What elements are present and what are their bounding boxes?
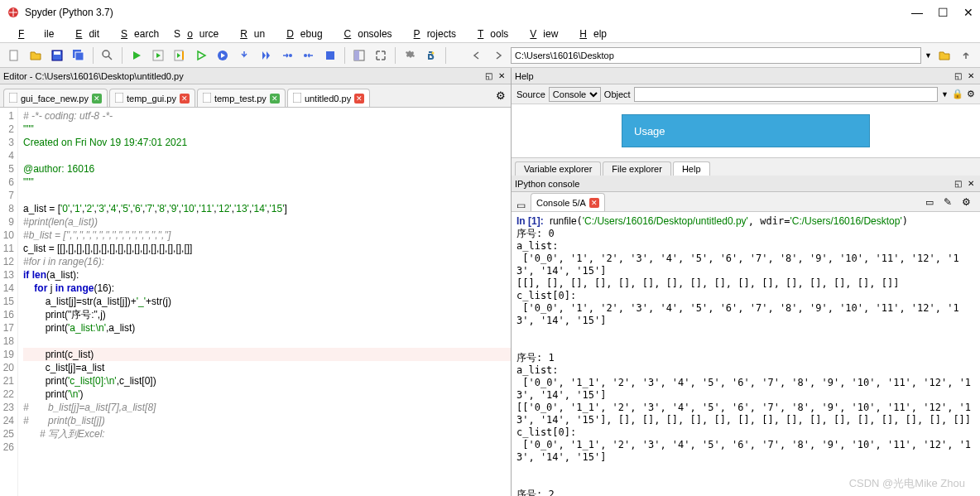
working-dir-input[interactable] [511, 47, 921, 64]
help-usage-title: Usage [634, 125, 665, 137]
editor-undock-button[interactable]: ◱ [483, 70, 494, 82]
code-editor[interactable]: 1234567891011121314151617181920212223242… [0, 108, 511, 496]
close-button[interactable]: ✕ [963, 6, 973, 19]
svg-line-7 [108, 56, 112, 60]
tab-label: temp_test.py [214, 94, 267, 104]
editor-tab[interactable]: gui_face_new.py✕ [3, 89, 108, 107]
close-icon[interactable]: ✕ [92, 94, 102, 104]
menu-search[interactable]: Search [108, 26, 166, 41]
help-subtab[interactable]: Help [673, 161, 710, 176]
editor-tab[interactable]: temp_test.py✕ [197, 89, 286, 107]
title-bar: Spyder (Python 3.7) — ☐ ✕ [0, 0, 980, 25]
fullscreen-button[interactable] [372, 46, 390, 65]
debug-step-into-button[interactable] [278, 46, 296, 65]
menu-bar: File Edit Search Source Run Debug Consol… [0, 25, 980, 43]
svg-rect-16 [354, 51, 359, 60]
main-toolbar: ▼ [0, 43, 980, 68]
find-button[interactable] [98, 46, 117, 65]
help-usage-card: Usage [622, 114, 870, 147]
menu-consoles[interactable]: Consoles [331, 26, 399, 41]
console-options-icon[interactable]: ⚙ [957, 193, 975, 211]
svg-point-6 [103, 51, 109, 57]
ipython-undock-button[interactable]: ◱ [952, 178, 963, 190]
save-button[interactable] [48, 46, 66, 65]
menu-tools[interactable]: Tools [464, 26, 515, 41]
minimize-button[interactable]: — [911, 6, 923, 19]
editor-tab[interactable]: untitled0.py✕ [287, 89, 370, 107]
editor-header-label: Editor - C:\Users\16016\Desktop\untitled… [3, 71, 184, 81]
console-output[interactable]: In [1]: runfile('C:/Users/16016/Desktop/… [512, 212, 980, 496]
debug-step-out-button[interactable] [300, 46, 318, 65]
svg-rect-14 [326, 51, 334, 60]
path-dropdown-icon[interactable]: ▼ [925, 51, 932, 60]
close-icon[interactable]: ✕ [180, 94, 190, 104]
help-source-select[interactable]: Console [549, 87, 601, 102]
help-object-input[interactable] [634, 87, 938, 102]
path-forward-button[interactable] [489, 46, 507, 65]
svg-rect-5 [75, 52, 84, 60]
maximize-pane-button[interactable] [350, 46, 368, 65]
debug-step-button[interactable] [235, 46, 253, 65]
close-icon[interactable]: ✕ [354, 94, 364, 104]
tab-label: gui_face_new.py [21, 94, 89, 104]
run-cell-button[interactable] [149, 46, 167, 65]
help-undock-button[interactable]: ◱ [952, 70, 963, 82]
menu-source[interactable]: Source [167, 26, 225, 41]
new-file-button[interactable] [5, 46, 23, 65]
maximize-button[interactable]: ☐ [938, 6, 949, 19]
close-icon[interactable]: ✕ [270, 94, 280, 104]
editor-tab[interactable]: temp_gui.py✕ [109, 89, 195, 107]
close-icon[interactable]: ✕ [589, 198, 599, 208]
console-stop-button[interactable]: ▭ [920, 193, 939, 211]
help-subtab[interactable]: File explorer [603, 161, 671, 176]
help-dropdown-icon[interactable]: ▼ [941, 90, 949, 99]
ipython-header-label: IPython console [515, 179, 579, 189]
editor-close-button[interactable]: ✕ [496, 70, 507, 82]
debug-continue-button[interactable] [257, 46, 275, 65]
preferences-button[interactable] [401, 46, 419, 65]
open-file-button[interactable] [26, 46, 45, 65]
help-header: Help ◱ ✕ [512, 68, 980, 84]
help-close-button[interactable]: ✕ [965, 70, 977, 82]
console-edit-button[interactable]: ✎ [939, 193, 957, 211]
svg-point-13 [304, 54, 307, 57]
svg-rect-1 [10, 51, 17, 60]
run-cell-advance-button[interactable] [171, 46, 189, 65]
menu-view[interactable]: View [516, 26, 564, 41]
svg-rect-19 [115, 93, 123, 103]
menu-run[interactable]: Run [227, 26, 271, 41]
console-tabs: ▭ Console 5/A ✕ ▭ ✎ ⚙ [512, 192, 980, 212]
ipython-close-button[interactable]: ✕ [965, 178, 977, 190]
svg-rect-20 [203, 93, 211, 103]
help-content: Usage [512, 104, 980, 157]
help-gear-icon[interactable]: ⚙ [967, 89, 975, 99]
tab-label: untitled0.py [305, 94, 351, 104]
help-object-label: Object [604, 89, 631, 99]
console-kernel-icon[interactable]: ▭ [516, 200, 526, 211]
menu-edit[interactable]: Edit [62, 26, 106, 41]
path-back-button[interactable] [468, 46, 486, 65]
menu-file[interactable]: File [5, 26, 60, 41]
file-icon [203, 93, 211, 104]
help-subtab[interactable]: Variable explorer [515, 161, 601, 176]
save-all-button[interactable] [70, 46, 88, 65]
debug-stop-button[interactable] [321, 46, 339, 65]
menu-help[interactable]: Help [566, 26, 613, 41]
spyder-icon [7, 6, 20, 19]
run-button[interactable] [127, 46, 146, 65]
menu-projects[interactable]: Projects [401, 26, 463, 41]
parent-dir-button[interactable] [957, 46, 975, 65]
file-icon [9, 93, 17, 104]
svg-rect-18 [9, 93, 17, 103]
console-tab[interactable]: Console 5/A ✕ [531, 193, 605, 211]
run-selection-button[interactable] [192, 46, 210, 65]
python-path-button[interactable] [422, 46, 440, 65]
debug-button[interactable] [214, 46, 232, 65]
editor-header: Editor - C:\Users\16016\Desktop\untitled… [0, 68, 511, 84]
menu-debug[interactable]: Debug [273, 26, 329, 41]
console-tab-label: Console 5/A [536, 198, 586, 208]
browse-folder-button[interactable] [935, 46, 954, 65]
svg-rect-3 [54, 51, 60, 55]
editor-tab-options-icon[interactable]: ⚙ [496, 89, 506, 102]
help-lock-icon[interactable]: 🔒 [952, 89, 963, 99]
